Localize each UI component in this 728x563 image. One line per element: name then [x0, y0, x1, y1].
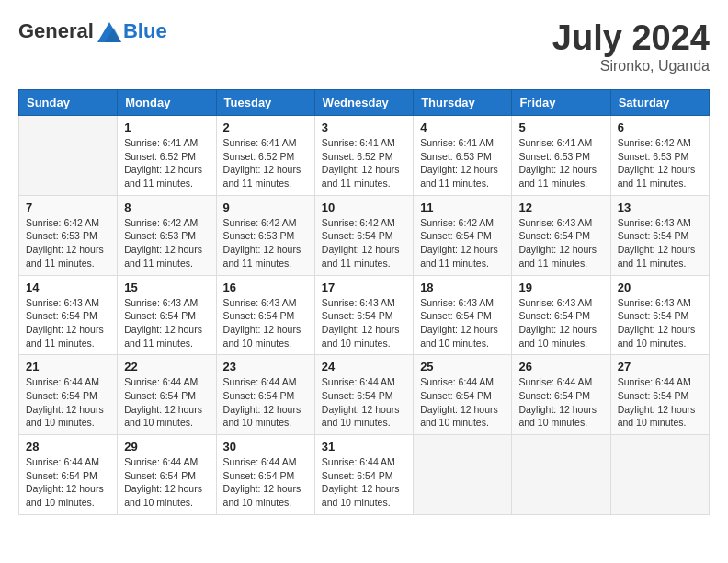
- day-number: 3: [322, 121, 406, 134]
- sunset-text: Sunset: 6:54 PM: [322, 310, 393, 321]
- day-number: 13: [618, 201, 702, 214]
- calendar-week-4: 21Sunrise: 6:44 AMSunset: 6:54 PMDayligh…: [19, 355, 710, 435]
- day-info: Sunrise: 6:44 AMSunset: 6:54 PMDaylight:…: [124, 375, 209, 430]
- sunset-text: Sunset: 6:54 PM: [322, 470, 393, 481]
- daylight-text: Daylight: 12 hours and 11 minutes.: [618, 244, 696, 269]
- daylight-text: Daylight: 12 hours and 11 minutes.: [26, 324, 104, 349]
- calendar-cell: 9Sunrise: 6:42 AMSunset: 6:53 PMDaylight…: [216, 195, 314, 275]
- daylight-text: Daylight: 12 hours and 10 minutes.: [124, 404, 202, 429]
- logo-blue-text: Blue: [123, 19, 167, 43]
- sunset-text: Sunset: 6:53 PM: [420, 151, 492, 162]
- day-info: Sunrise: 6:43 AMSunset: 6:54 PMDaylight:…: [618, 216, 702, 270]
- sunrise-text: Sunrise: 6:43 AM: [420, 297, 494, 308]
- calendar-cell: 24Sunrise: 6:44 AMSunset: 6:54 PMDayligh…: [314, 355, 413, 435]
- daylight-text: Daylight: 12 hours and 11 minutes.: [420, 164, 498, 189]
- calendar-cell: 13Sunrise: 6:43 AMSunset: 6:54 PMDayligh…: [610, 195, 709, 275]
- location-subtitle: Sironko, Uganda: [552, 58, 710, 75]
- sunrise-text: Sunrise: 6:44 AM: [223, 456, 297, 467]
- sunset-text: Sunset: 6:54 PM: [518, 230, 590, 241]
- daylight-text: Daylight: 12 hours and 10 minutes.: [322, 324, 400, 349]
- sunset-text: Sunset: 6:54 PM: [420, 310, 492, 321]
- daylight-text: Daylight: 12 hours and 10 minutes.: [618, 404, 696, 429]
- day-number: 12: [518, 201, 603, 214]
- calendar-cell: 10Sunrise: 6:42 AMSunset: 6:54 PMDayligh…: [314, 195, 413, 275]
- daylight-text: Daylight: 12 hours and 10 minutes.: [518, 404, 597, 429]
- calendar-cell: 1Sunrise: 6:41 AMSunset: 6:52 PMDaylight…: [118, 116, 216, 196]
- calendar-cell: 3Sunrise: 6:41 AMSunset: 6:52 PMDaylight…: [314, 116, 413, 196]
- sunrise-text: Sunrise: 6:44 AM: [124, 376, 198, 387]
- day-number: 25: [420, 360, 505, 373]
- sunrise-text: Sunrise: 6:43 AM: [518, 217, 592, 228]
- sunset-text: Sunset: 6:54 PM: [518, 390, 590, 401]
- sunrise-text: Sunrise: 6:42 AM: [322, 217, 395, 228]
- daylight-text: Daylight: 12 hours and 11 minutes.: [618, 164, 696, 189]
- daylight-text: Daylight: 12 hours and 11 minutes.: [26, 244, 104, 269]
- calendar-cell: 6Sunrise: 6:42 AMSunset: 6:53 PMDaylight…: [610, 116, 709, 196]
- day-info: Sunrise: 6:43 AMSunset: 6:54 PMDaylight:…: [223, 296, 308, 350]
- calendar-week-1: 1Sunrise: 6:41 AMSunset: 6:52 PMDaylight…: [19, 116, 710, 196]
- day-number: 5: [518, 121, 603, 134]
- day-number: 4: [420, 121, 505, 134]
- calendar-header-row: SundayMondayTuesdayWednesdayThursdayFrid…: [19, 90, 710, 116]
- sunset-text: Sunset: 6:54 PM: [26, 390, 97, 401]
- daylight-text: Daylight: 12 hours and 10 minutes.: [518, 324, 597, 349]
- calendar-week-3: 14Sunrise: 6:43 AMSunset: 6:54 PMDayligh…: [19, 275, 710, 355]
- calendar-cell: 25Sunrise: 6:44 AMSunset: 6:54 PMDayligh…: [414, 355, 512, 435]
- logo: General Blue: [18, 18, 167, 44]
- sunset-text: Sunset: 6:54 PM: [322, 230, 393, 241]
- sunrise-text: Sunrise: 6:44 AM: [322, 376, 395, 387]
- calendar-cell: 22Sunrise: 6:44 AMSunset: 6:54 PMDayligh…: [118, 355, 216, 435]
- day-info: Sunrise: 6:44 AMSunset: 6:54 PMDaylight:…: [518, 375, 603, 430]
- day-number: 31: [322, 440, 406, 454]
- column-header-friday: Friday: [512, 90, 610, 116]
- day-number: 26: [518, 360, 603, 373]
- calendar-cell: 16Sunrise: 6:43 AMSunset: 6:54 PMDayligh…: [216, 275, 314, 355]
- calendar-cell: 8Sunrise: 6:42 AMSunset: 6:53 PMDaylight…: [118, 195, 216, 275]
- sunrise-text: Sunrise: 6:44 AM: [420, 376, 494, 387]
- daylight-text: Daylight: 12 hours and 10 minutes.: [322, 483, 400, 508]
- day-info: Sunrise: 6:43 AMSunset: 6:54 PMDaylight:…: [518, 216, 603, 270]
- day-info: Sunrise: 6:41 AMSunset: 6:52 PMDaylight:…: [322, 136, 406, 190]
- sunrise-text: Sunrise: 6:41 AM: [223, 137, 297, 148]
- calendar-cell: 26Sunrise: 6:44 AMSunset: 6:54 PMDayligh…: [512, 355, 610, 435]
- sunset-text: Sunset: 6:53 PM: [26, 230, 97, 241]
- day-info: Sunrise: 6:44 AMSunset: 6:54 PMDaylight:…: [223, 455, 308, 510]
- day-info: Sunrise: 6:43 AMSunset: 6:54 PMDaylight:…: [518, 296, 603, 350]
- daylight-text: Daylight: 12 hours and 10 minutes.: [26, 404, 104, 429]
- calendar-cell: 17Sunrise: 6:43 AMSunset: 6:54 PMDayligh…: [314, 275, 413, 355]
- sunset-text: Sunset: 6:54 PM: [124, 470, 196, 481]
- day-number: 23: [223, 360, 308, 373]
- column-header-monday: Monday: [118, 90, 216, 116]
- sunset-text: Sunset: 6:53 PM: [518, 151, 590, 162]
- calendar-cell: 4Sunrise: 6:41 AMSunset: 6:53 PMDaylight…: [414, 116, 512, 196]
- sunset-text: Sunset: 6:52 PM: [322, 151, 393, 162]
- day-number: 16: [223, 281, 308, 294]
- day-info: Sunrise: 6:44 AMSunset: 6:54 PMDaylight:…: [26, 455, 110, 510]
- sunrise-text: Sunrise: 6:42 AM: [420, 217, 494, 228]
- daylight-text: Daylight: 12 hours and 11 minutes.: [518, 164, 597, 189]
- day-info: Sunrise: 6:41 AMSunset: 6:52 PMDaylight:…: [124, 136, 209, 190]
- day-info: Sunrise: 6:42 AMSunset: 6:53 PMDaylight:…: [26, 216, 110, 270]
- day-number: 14: [26, 281, 110, 294]
- daylight-text: Daylight: 12 hours and 11 minutes.: [322, 164, 400, 189]
- day-info: Sunrise: 6:41 AMSunset: 6:53 PMDaylight:…: [420, 136, 505, 190]
- sunset-text: Sunset: 6:54 PM: [618, 390, 689, 401]
- column-header-wednesday: Wednesday: [314, 90, 413, 116]
- sunrise-text: Sunrise: 6:42 AM: [223, 217, 297, 228]
- sunset-text: Sunset: 6:54 PM: [124, 310, 196, 321]
- sunset-text: Sunset: 6:53 PM: [124, 230, 196, 241]
- sunrise-text: Sunrise: 6:44 AM: [124, 456, 198, 467]
- sunrise-text: Sunrise: 6:44 AM: [26, 456, 99, 467]
- calendar-cell: 11Sunrise: 6:42 AMSunset: 6:54 PMDayligh…: [414, 195, 512, 275]
- daylight-text: Daylight: 12 hours and 10 minutes.: [223, 404, 301, 429]
- daylight-text: Daylight: 12 hours and 11 minutes.: [223, 244, 301, 269]
- daylight-text: Daylight: 12 hours and 11 minutes.: [124, 244, 202, 269]
- sunrise-text: Sunrise: 6:43 AM: [124, 297, 198, 308]
- day-number: 2: [223, 121, 308, 134]
- calendar-cell: 29Sunrise: 6:44 AMSunset: 6:54 PMDayligh…: [118, 435, 216, 515]
- day-info: Sunrise: 6:44 AMSunset: 6:54 PMDaylight:…: [223, 375, 308, 430]
- day-info: Sunrise: 6:41 AMSunset: 6:53 PMDaylight:…: [518, 136, 603, 190]
- daylight-text: Daylight: 12 hours and 10 minutes.: [124, 483, 202, 508]
- daylight-text: Daylight: 12 hours and 10 minutes.: [26, 483, 104, 508]
- sunset-text: Sunset: 6:54 PM: [26, 310, 97, 321]
